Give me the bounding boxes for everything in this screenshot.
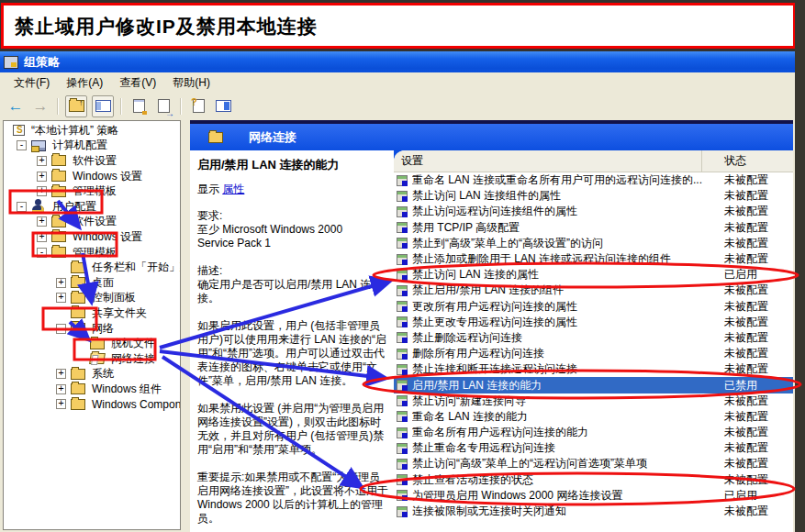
expander-icon[interactable]: +	[37, 186, 47, 196]
tree-item-label: 脱机文件	[109, 336, 157, 351]
policy-row[interactable]: 为管理员启用 Windows 2000 网络连接设置 已启用	[394, 488, 793, 504]
menu-item[interactable]: 文件(F)	[6, 73, 58, 93]
menu-item[interactable]: 查看(V)	[111, 73, 164, 93]
expander-icon[interactable]: +	[37, 232, 47, 242]
tree-item-selected[interactable]: 网络连接	[4, 351, 180, 367]
help-button[interactable]	[188, 96, 208, 116]
policy-row[interactable]: 禁止访问 LAN 连接的属性 已启用	[394, 267, 793, 283]
tree-item-node[interactable]: + Windows 组件	[4, 382, 180, 397]
tree-item-node[interactable]: + 软件设置	[4, 153, 180, 169]
show-hide-console-tree-button[interactable]	[92, 95, 114, 117]
extended-view-button[interactable]	[213, 96, 233, 116]
policy-row[interactable]: 禁止删除远程访问连接 未被配置	[394, 330, 793, 346]
policy-row[interactable]: 禁止连接和断开连接远程访问连接 未被配置	[394, 361, 793, 377]
title-bar[interactable]: 组策略	[0, 51, 795, 72]
toolbar-separator	[120, 98, 122, 115]
policy-row[interactable]: 重命名 LAN 连接的能力 未被配置	[394, 409, 793, 425]
tree-item-node[interactable]: + Windows Components	[4, 397, 180, 413]
screenshot-root: 禁止域用户修改IP及禁用本地连接 组策略 文件(F)操作(A)查看(V)帮助(H…	[0, 0, 805, 532]
expander-icon[interactable]: -	[17, 202, 27, 212]
forward-icon	[33, 97, 49, 116]
tree-item-label: 控制面板	[90, 290, 138, 305]
menu-item[interactable]: 操作(A)	[58, 73, 111, 93]
up-one-level-button[interactable]	[65, 95, 87, 117]
policy-row[interactable]: 禁止更改专用远程访问连接的属性 未被配置	[394, 315, 793, 330]
tree-item-node[interactable]: + 软件设置	[4, 215, 180, 230]
policy-status: 未被配置	[702, 220, 793, 236]
policy-row[interactable]: 禁止访问“新建连接向导” 未被配置	[394, 393, 793, 409]
folder-icon	[71, 323, 85, 334]
folder-icon	[51, 155, 66, 166]
tree-item-node[interactable]: + 管理模板	[4, 183, 180, 199]
expander-icon[interactable]: -	[17, 140, 27, 150]
tree-item-node[interactable]: + 系统	[4, 367, 180, 382]
policy-row[interactable]: 重命名 LAN 连接或重命名所有用户可用的远程访问连接的... 未被配置	[394, 172, 793, 188]
toolbar-separator	[180, 98, 182, 115]
policy-row[interactable]: 禁止到“高级”菜单上的“高级设置”的访问 未被配置	[394, 236, 793, 251]
policy-icon	[397, 474, 408, 485]
export-list-button[interactable]	[153, 96, 173, 116]
user-icon	[31, 201, 46, 212]
policy-status: 未被配置	[702, 251, 793, 267]
tree-item-node[interactable]: + 控制面板	[4, 291, 180, 306]
tree-item-label: 用户配置	[50, 199, 98, 215]
expander-icon[interactable]: +	[37, 216, 47, 227]
policy-row[interactable]: 禁止访问远程访问连接组件的属性 未被配置	[394, 204, 793, 219]
tree-item-node[interactable]: + 桌面	[4, 275, 180, 291]
tree-item-node[interactable]: - 用户配置	[4, 199, 180, 215]
expander-icon[interactable]: +	[37, 172, 47, 182]
folder-icon	[51, 247, 66, 258]
menu-item[interactable]: 帮助(H)	[164, 73, 218, 93]
policy-setting-name: 禁用 TCP/IP 高级配置	[412, 220, 702, 236]
tree-item-node[interactable]: - 计算机配置	[4, 139, 180, 154]
policy-icon	[397, 175, 408, 186]
policy-setting-name: 重命名所有用户远程访问连接的能力	[412, 425, 702, 440]
tree-item-node[interactable]: + Windows 设置	[4, 169, 180, 184]
tree-item-node[interactable]: 脱机文件	[4, 336, 180, 351]
policy-setting-name: 连接被限制或无连接时关闭通知	[412, 504, 702, 519]
policy-status: 未被配置	[702, 440, 793, 456]
tree-item-node[interactable]: 任务栏和「开始」菜	[4, 260, 180, 275]
policy-row[interactable]: 禁用 TCP/IP 高级配置 未被配置	[394, 220, 793, 236]
policy-setting-name: 禁止删除远程访问连接	[412, 330, 702, 346]
policy-row[interactable]: 禁止访问“高级”菜单上的“远程访问首选项”菜单项 未被配置	[394, 456, 793, 471]
policy-row[interactable]: 禁止访问 LAN 连接组件的属性 未被配置	[394, 188, 793, 204]
policy-status: 未被配置	[702, 299, 793, 315]
folder-icon	[71, 277, 85, 288]
back-button[interactable]	[6, 96, 26, 116]
expander-icon[interactable]: +	[56, 293, 66, 303]
policy-row[interactable]: 更改所有用户远程访问连接的属性 未被配置	[394, 299, 793, 315]
policy-row[interactable]: 禁止查看活动连接的状态 未被配置	[394, 472, 793, 488]
policy-icon	[397, 411, 408, 422]
expander-icon[interactable]: +	[56, 384, 66, 394]
expander-icon[interactable]: +	[56, 278, 66, 288]
tree-item-label: Windows 组件	[90, 382, 163, 397]
policy-root-icon	[13, 125, 25, 136]
policy-row[interactable]: 禁止启用/禁用 LAN 连接的组件 未被配置	[394, 283, 793, 298]
forward-button[interactable]	[30, 96, 50, 116]
policy-icon	[397, 490, 408, 501]
policy-row[interactable]: 启用/禁用 LAN 连接的能力 已禁用	[394, 377, 793, 393]
tree-item-node[interactable]: “本地计算机” 策略	[4, 123, 180, 139]
description-paragraph: 重要提示:如果禁用或不配置“为管理员启用网络连接设置”，此设置将不适用于 Win…	[197, 471, 388, 526]
policy-row[interactable]: 禁止添加或删除用于 LAN 连接或远程访问连接的组件 未被配置	[394, 251, 793, 267]
policy-row[interactable]: 连接被限制或无连接时关闭通知 未被配置	[394, 504, 793, 519]
column-header-setting[interactable]: 设置	[394, 150, 702, 172]
settings-list-card: 设置 状态 重命名 LAN 连接或重命名所有用户可用的远程访问连接的... 未被…	[394, 150, 793, 532]
expander-icon[interactable]: -	[37, 248, 47, 258]
policy-row[interactable]: 删除所有用户远程访问连接 未被配置	[394, 346, 793, 361]
tree-item-node[interactable]: 共享文件夹	[4, 305, 180, 321]
expander-icon[interactable]: -	[56, 324, 66, 334]
expander-icon[interactable]: +	[56, 399, 66, 409]
tree-item-node[interactable]: - 网络	[4, 321, 180, 337]
properties-button[interactable]	[129, 96, 149, 116]
expander-icon[interactable]: +	[56, 369, 66, 379]
policy-row[interactable]: 禁止重命名专用远程访问连接 未被配置	[394, 440, 793, 456]
tree-item-node[interactable]: + Windows 设置	[4, 229, 180, 245]
expander-icon[interactable]: +	[37, 156, 47, 166]
policy-status: 未被配置	[702, 409, 793, 425]
policy-row[interactable]: 重命名所有用户远程访问连接的能力 未被配置	[394, 425, 793, 440]
tree-item-node[interactable]: - 管理模板	[4, 245, 180, 260]
properties-link[interactable]: 属性	[222, 183, 244, 195]
column-header-status[interactable]: 状态	[702, 150, 793, 172]
